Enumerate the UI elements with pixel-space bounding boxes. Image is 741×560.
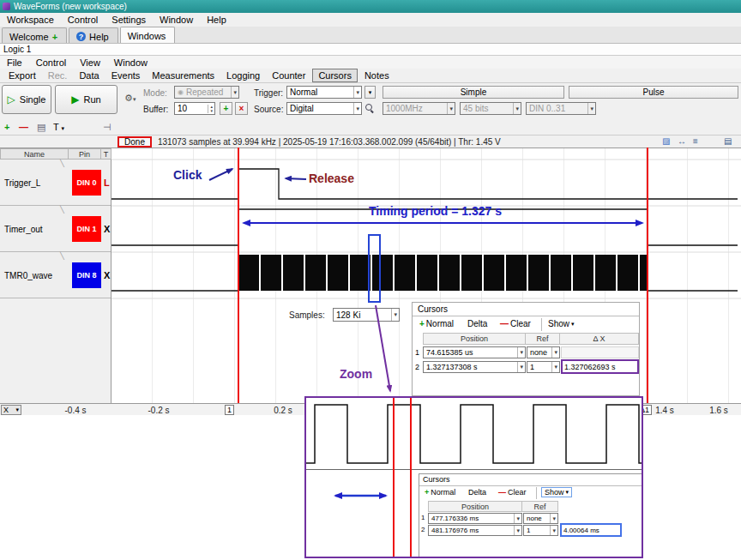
tab-welcome[interactable]: Welcome + xyxy=(2,27,67,43)
axis-tick: -0.4 s xyxy=(64,406,86,415)
trigger-select[interactable]: Normal ▾ xyxy=(286,86,362,99)
add-delta-cursor-button[interactable]: Delta xyxy=(467,319,487,328)
inset-cursor-2-ref: 1 ▾ xyxy=(523,525,558,536)
show-menu-button[interactable]: Show ▾ xyxy=(548,319,575,328)
toolbar-logging[interactable]: Logging xyxy=(221,69,265,81)
channels-icon[interactable]: ▤ xyxy=(37,122,45,133)
axis-x-control[interactable]: X ▾ xyxy=(1,405,21,415)
inset-delta-label: Delta xyxy=(468,488,486,497)
gear-icon[interactable]: ⚙▾ xyxy=(124,93,136,104)
inset-header-position: Position xyxy=(428,501,522,512)
axis-tick: -0.2 s xyxy=(148,406,169,415)
minus-icon: — xyxy=(498,488,506,497)
chevron-down-icon: ▾ xyxy=(447,103,455,114)
cursor-2-ref-select[interactable]: 1 ▾ xyxy=(527,361,560,373)
status-badge: Done xyxy=(117,136,152,148)
add-buffer-button[interactable]: + xyxy=(220,102,232,115)
clear-button-label: Clear xyxy=(510,319,531,328)
clear-buffer-button[interactable]: × xyxy=(235,102,248,115)
column-header-trigger: T xyxy=(100,148,111,160)
inset-show-label: Show xyxy=(545,488,564,497)
plus-icon: + xyxy=(52,32,57,42)
trigger-options-button[interactable]: ▾ xyxy=(364,86,376,99)
trigger-condition[interactable]: X xyxy=(104,270,110,280)
divider xyxy=(536,487,537,499)
cursor-2-position-select[interactable]: 1.327137308 s ▾ xyxy=(423,361,526,373)
menu-settings[interactable]: Settings xyxy=(105,14,153,26)
cursor-1-line[interactable] xyxy=(238,148,239,403)
source-select[interactable]: Digital ▾ xyxy=(286,102,362,115)
docking-icon[interactable]: ▤ xyxy=(724,136,732,146)
channel-row-tmr0-wave[interactable]: ╲ TMR0_wave DIN 8 X xyxy=(0,252,111,298)
instrument-toolbar: Export Rec. Data Events Measurements Log… xyxy=(0,69,741,83)
menu-help[interactable]: Help xyxy=(200,14,233,26)
menu-control[interactable]: Control xyxy=(61,14,105,26)
spinner-arrows-icon[interactable]: ▴▾ xyxy=(208,105,214,113)
export-plot-icon[interactable]: ▨ xyxy=(662,136,670,146)
pin-badge[interactable]: DIN 8 xyxy=(72,262,101,288)
chevron-down-icon: ▾ xyxy=(517,362,525,372)
magnifier-icon[interactable] xyxy=(365,104,374,112)
channel-name-column: Name Pin T ╲ Trigger_L DIN 0 L ╲ Timer_o… xyxy=(0,148,111,403)
trigger-condition[interactable]: X xyxy=(104,224,110,234)
pulse-trigger-button[interactable]: Pulse xyxy=(569,86,738,99)
channel-row-timer-out[interactable]: ╲ Timer_out DIN 1 X xyxy=(0,206,111,252)
inset-cursor-1-position: 477.176336 ms ▾ xyxy=(428,513,522,524)
mode-label: Mode: xyxy=(143,88,167,98)
add-signal-icon[interactable]: + xyxy=(4,122,9,132)
inset-cursor-2-line xyxy=(410,398,412,557)
inset-clear-button: — Clear xyxy=(498,488,527,497)
menu-view[interactable]: View xyxy=(73,57,107,69)
channel-name: Trigger_L xyxy=(4,178,40,187)
toolbar-notes[interactable]: Notes xyxy=(359,69,395,81)
samples-select[interactable]: 128 Ki ▾ xyxy=(333,308,400,322)
cursor-1-position-value: 74.615385 us xyxy=(426,348,473,357)
simple-trigger-button[interactable]: Simple xyxy=(383,86,564,99)
cursor-1-position-select[interactable]: 74.615385 us ▾ xyxy=(423,346,526,358)
toolbar-events[interactable]: Events xyxy=(106,69,146,81)
list-icon[interactable]: ≡ xyxy=(693,136,698,146)
toolbar-export[interactable]: Export xyxy=(3,69,41,81)
pin-badge[interactable]: DIN 1 xyxy=(72,216,101,242)
channel-row-trigger-l[interactable]: ╲ Trigger_L DIN 0 L xyxy=(0,160,111,206)
run-button[interactable]: ▶ Run xyxy=(55,85,117,114)
toolbar-measurements[interactable]: Measurements xyxy=(147,69,220,81)
menu-control-2[interactable]: Control xyxy=(29,57,73,69)
pin-badge[interactable]: DIN 0 xyxy=(72,170,101,196)
chevron-down-icon: ▾ xyxy=(551,347,559,358)
fit-view-icon[interactable]: ↔ xyxy=(678,136,686,146)
chevron-down-icon: ▾ xyxy=(566,489,569,496)
samples-select-value: 128 Ki xyxy=(336,310,360,320)
menu-window-2[interactable]: Window xyxy=(107,57,154,69)
single-button[interactable]: ▷ Single xyxy=(2,85,51,114)
tab-windows[interactable]: Windows xyxy=(120,27,176,43)
din-range-value: DIN 0..31 xyxy=(529,104,565,113)
column-header-pin: Pin xyxy=(68,148,101,160)
chevron-down-icon: ▾ xyxy=(15,406,19,413)
source-select-value: Digital xyxy=(290,104,314,113)
add-normal-cursor-button[interactable]: + Normal xyxy=(419,319,454,328)
cursor-2-line[interactable] xyxy=(647,148,648,403)
menu-workspace[interactable]: Workspace xyxy=(0,14,61,26)
cursor-1-flag[interactable]: 1 xyxy=(225,405,234,415)
remove-signal-icon[interactable]: — xyxy=(19,122,28,132)
app-logo-icon xyxy=(3,3,10,10)
cursor-1-ref-select[interactable]: none ▾ xyxy=(527,346,560,358)
acquisition-info: 131073 samples at 39.994 kHz | 2025-05-1… xyxy=(158,137,501,147)
inset-show-button: Show ▾ xyxy=(541,487,572,497)
chevron-down-icon: ▾ xyxy=(514,526,521,535)
trigger-condition[interactable]: L xyxy=(104,178,110,188)
bits-select: 45 bits ▾ xyxy=(460,102,521,115)
toolbar-cursors[interactable]: Cursors xyxy=(312,69,358,82)
menu-file[interactable]: File xyxy=(0,57,29,69)
toolbar-data[interactable]: Data xyxy=(74,69,104,81)
toolbar-counter[interactable]: Counter xyxy=(267,69,310,81)
clear-cursors-button[interactable]: — Clear xyxy=(500,319,531,328)
trigger-column-button[interactable]: T ▾ xyxy=(53,122,64,132)
buffer-stepper[interactable]: 10 ▴▾ xyxy=(174,102,215,115)
tab-help[interactable]: ? Help xyxy=(69,27,118,43)
header-delta-x: Δ X xyxy=(559,333,639,345)
rate-select-value: 1000MHz xyxy=(386,104,423,113)
menu-window[interactable]: Window xyxy=(153,14,200,26)
header-ref: Ref xyxy=(525,333,560,345)
